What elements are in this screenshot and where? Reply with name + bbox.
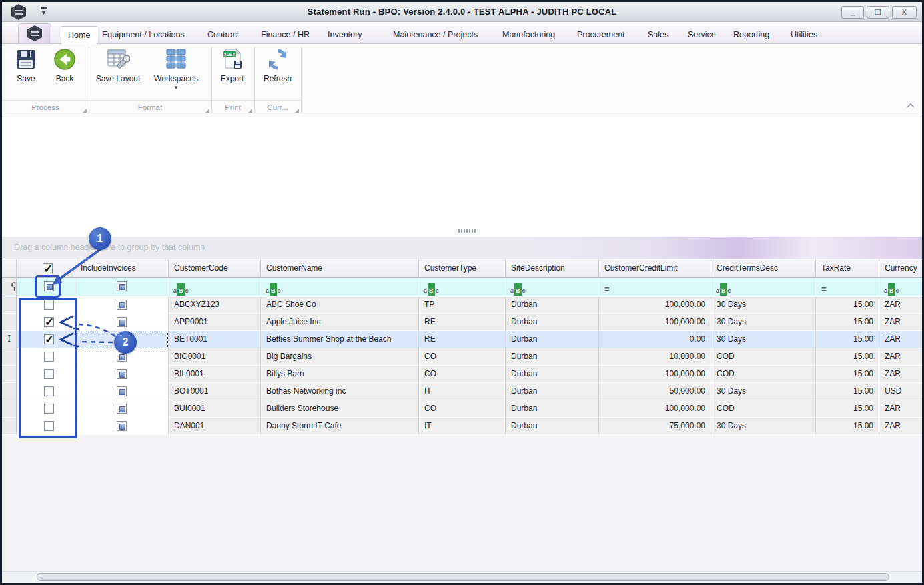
include-invoices-checkbox[interactable]: [117, 421, 127, 431]
refresh-button[interactable]: Refresh: [258, 47, 297, 83]
application-window: ▼ Statement Run - BPO: Version 2.4.0.0 -…: [0, 0, 924, 585]
cell-sitedescription: Durban: [506, 314, 599, 331]
include-invoices-checkbox[interactable]: [117, 386, 127, 396]
tab-procurement[interactable]: Procurement: [570, 26, 632, 44]
save-layout-button[interactable]: Save Layout: [93, 47, 143, 83]
filter-creditlimit-cell[interactable]: =: [599, 278, 711, 296]
header-customercreditlimit[interactable]: CustomerCreditLimit: [599, 259, 711, 278]
header-credittermsdesc[interactable]: CreditTermsDesc: [711, 259, 816, 278]
row-include-cell[interactable]: [75, 418, 169, 435]
filter-customertype-cell[interactable]: aBc: [419, 278, 506, 296]
tab-maintenance-projects[interactable]: Maintenance / Projects: [386, 26, 484, 44]
text-filter-icon: aBc: [424, 283, 439, 296]
cell-customertype: TP: [419, 296, 506, 314]
cell-creditlimit: 100,000.00: [599, 366, 711, 383]
row-include-cell[interactable]: [75, 400, 169, 418]
tab-sales[interactable]: Sales: [641, 26, 675, 44]
filter-customername-cell[interactable]: aBc: [261, 278, 419, 296]
cell-customercode: ABCXYZ123: [169, 296, 261, 314]
table-row[interactable]: ABCXYZ123 ABC Shoe Co TP Durban 100,000.…: [2, 296, 924, 314]
cell-creditterms: 30 Days: [711, 331, 816, 348]
collapse-ribbon-icon[interactable]: [906, 103, 915, 109]
table-row[interactable]: BIG0001 Big Bargains CO Durban 10,000.00…: [2, 348, 924, 366]
include-invoices-checkbox[interactable]: [117, 369, 127, 379]
include-invoices-checkbox[interactable]: [117, 300, 127, 310]
filter-creditterms-cell[interactable]: aBc: [711, 278, 816, 296]
tab-finance-hr[interactable]: Finance / HR: [254, 26, 316, 44]
table-row[interactable]: BIL0001 Billys Barn CO Durban 100,000.00…: [2, 366, 924, 383]
cell-sitedescription: Durban: [506, 400, 599, 418]
header-customercode[interactable]: CustomerCode: [169, 259, 261, 278]
table-row[interactable]: BOT0001 Bothas Networking inc IT Durban …: [2, 383, 924, 400]
cell-creditterms: 30 Days: [711, 296, 816, 314]
dialog-launcher-icon[interactable]: [83, 109, 87, 113]
ribbon-group-currency: Curr...: [254, 100, 301, 115]
header-indicator-cell: [2, 259, 17, 278]
header-currency[interactable]: Currency: [879, 259, 924, 278]
include-invoices-checkbox[interactable]: [117, 404, 127, 414]
tab-home[interactable]: Home: [61, 26, 97, 44]
edit-indicator: I: [2, 331, 17, 348]
minimize-button[interactable]: _: [841, 6, 864, 19]
filter-includeinvoices-cell[interactable]: [75, 278, 169, 296]
save-icon: [14, 47, 38, 71]
cell-currency: ZAR: [879, 366, 924, 383]
maximize-button[interactable]: ❐: [867, 6, 889, 19]
filter-sitedescription-cell[interactable]: aBc: [506, 278, 599, 296]
cell-taxrate: 15.00: [816, 418, 879, 435]
cell-creditterms: COD: [711, 400, 816, 418]
filter-taxrate-cell[interactable]: =: [816, 278, 879, 296]
application-menu-button[interactable]: [18, 23, 51, 43]
close-button[interactable]: X: [892, 6, 917, 19]
tab-contract[interactable]: Contract: [201, 26, 246, 44]
tab-reporting[interactable]: Reporting: [727, 26, 776, 44]
row-include-cell[interactable]: [75, 296, 169, 314]
grid-empty-area: [2, 435, 922, 571]
cell-customercode: APP0001: [169, 314, 261, 331]
cell-currency: USD: [879, 383, 924, 400]
tab-inventory[interactable]: Inventory: [321, 26, 368, 44]
dialog-launcher-icon[interactable]: [248, 109, 252, 113]
cell-customername: ABC Shoe Co: [261, 296, 419, 314]
table-row[interactable]: ✓ APP0001 Apple Juice Inc RE Durban 100,…: [2, 314, 924, 331]
cell-customertype: RE: [419, 331, 506, 348]
dialog-launcher-icon[interactable]: [295, 109, 299, 113]
row-include-cell[interactable]: [75, 314, 169, 331]
include-invoices-checkbox[interactable]: [117, 317, 127, 327]
cell-customertype: CO: [419, 348, 506, 366]
cell-creditterms: 30 Days: [711, 418, 816, 435]
header-taxrate[interactable]: TaxRate: [816, 259, 879, 278]
cell-creditterms: 30 Days: [711, 383, 816, 400]
ribbon-group-print: Print: [211, 100, 254, 115]
scrollbar-thumb[interactable]: [37, 573, 889, 581]
tab-service[interactable]: Service: [681, 26, 723, 44]
pin-icon: [11, 282, 17, 291]
filter-currency-cell[interactable]: aBc: [879, 278, 924, 296]
callout-badge-2: 2: [114, 331, 137, 354]
workspaces-icon: [164, 47, 188, 71]
back-button[interactable]: Back: [41, 47, 89, 83]
cell-currency: ZAR: [879, 331, 924, 348]
row-include-cell[interactable]: [75, 383, 169, 400]
dialog-launcher-icon[interactable]: [205, 109, 209, 113]
cell-customertype: CO: [419, 400, 506, 418]
header-sitedescription[interactable]: SiteDescription: [506, 259, 599, 278]
filter-include-checkbox[interactable]: [117, 281, 127, 291]
workspaces-button[interactable]: Workspaces ▼: [150, 47, 202, 91]
table-row[interactable]: BUI0001 Builders Storehouse CO Durban 10…: [2, 400, 924, 418]
cell-sitedescription: Durban: [506, 296, 599, 314]
filter-customercode-cell[interactable]: aBc: [169, 278, 261, 296]
header-includeinvoices[interactable]: IncludeInvoices: [75, 259, 169, 278]
row-include-cell[interactable]: [75, 366, 169, 383]
export-button[interactable]: XLSX Export: [215, 47, 249, 83]
cell-creditlimit: 0.00: [599, 331, 711, 348]
splitter-grip[interactable]: [458, 229, 477, 233]
header-customertype[interactable]: CustomerType: [419, 259, 506, 278]
header-customername[interactable]: CustomerName: [261, 259, 419, 278]
tab-manufacturing[interactable]: Manufacturing: [496, 26, 562, 44]
tab-utilities[interactable]: Utilities: [784, 26, 824, 44]
tab-equipment-locations[interactable]: Equipment / Locations: [95, 26, 191, 44]
cell-customername: Betties Summer Shop at the Beach: [261, 331, 419, 348]
select-all-checkbox[interactable]: ✓: [43, 263, 53, 273]
table-row[interactable]: DAN001 Danny Storm IT Cafe IT Durban 75,…: [2, 418, 924, 435]
